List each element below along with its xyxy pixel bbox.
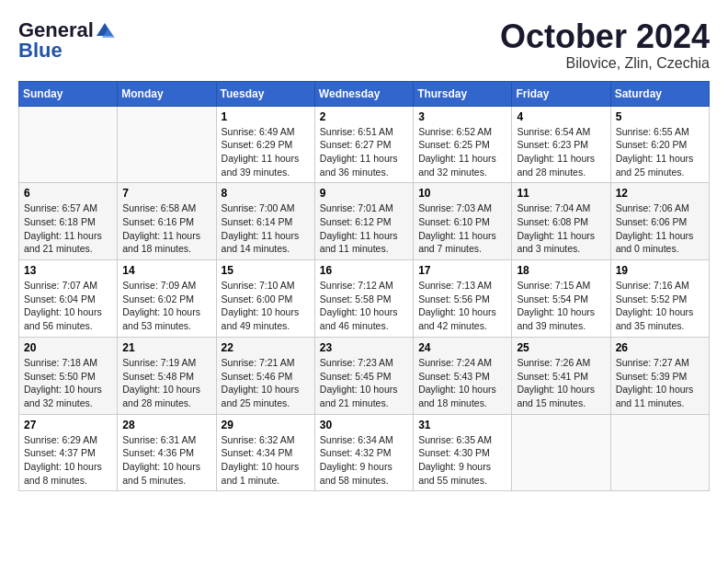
calendar-cell: 17Sunrise: 7:13 AM Sunset: 5:56 PM Dayli… [414,260,512,338]
calendar-cell: 19Sunrise: 7:16 AM Sunset: 5:52 PM Dayli… [610,260,709,338]
calendar-cell: 4Sunrise: 6:54 AM Sunset: 6:23 PM Daylig… [512,106,610,183]
day-header-sunday: Sunday [19,81,118,106]
day-number: 15 [222,264,310,277]
day-info: Sunrise: 6:29 AM Sunset: 4:37 PM Dayligh… [24,433,112,488]
day-info: Sunrise: 7:06 AM Sunset: 6:06 PM Dayligh… [616,201,704,256]
day-header-wednesday: Wednesday [314,81,413,106]
day-info: Sunrise: 6:54 AM Sunset: 6:23 PM Dayligh… [517,125,605,179]
day-number: 26 [616,341,704,354]
day-info: Sunrise: 6:57 AM Sunset: 6:18 PM Dayligh… [24,201,112,256]
day-number: 11 [517,187,605,200]
calendar-cell: 30Sunrise: 6:34 AM Sunset: 4:32 PM Dayli… [314,414,413,491]
page-header: General Blue October 2024 Bilovice, Zlin… [18,18,710,72]
calendar-cell: 11Sunrise: 7:04 AM Sunset: 6:08 PM Dayli… [512,183,610,260]
day-header-monday: Monday [118,81,216,106]
day-info: Sunrise: 7:21 AM Sunset: 5:46 PM Dayligh… [222,356,310,410]
day-number: 9 [320,187,408,200]
calendar-cell [118,106,216,183]
calendar-week-row: 6Sunrise: 6:57 AM Sunset: 6:18 PM Daylig… [19,183,710,260]
day-number: 16 [320,264,408,277]
day-info: Sunrise: 7:27 AM Sunset: 5:39 PM Dayligh… [616,356,704,410]
day-info: Sunrise: 7:24 AM Sunset: 5:43 PM Dayligh… [418,356,506,410]
day-info: Sunrise: 7:16 AM Sunset: 5:52 PM Dayligh… [616,279,704,333]
day-info: Sunrise: 7:19 AM Sunset: 5:48 PM Dayligh… [122,356,210,410]
calendar-cell: 18Sunrise: 7:15 AM Sunset: 5:54 PM Dayli… [512,260,610,338]
calendar-table: SundayMondayTuesdayWednesdayThursdayFrid… [18,81,710,492]
calendar-cell: 23Sunrise: 7:23 AM Sunset: 5:45 PM Dayli… [314,337,413,414]
month-title: October 2024 [500,18,710,55]
day-info: Sunrise: 7:07 AM Sunset: 6:04 PM Dayligh… [24,279,112,333]
day-header-tuesday: Tuesday [216,81,314,106]
day-info: Sunrise: 7:04 AM Sunset: 6:08 PM Dayligh… [517,201,605,256]
day-info: Sunrise: 7:00 AM Sunset: 6:14 PM Dayligh… [222,201,310,256]
day-info: Sunrise: 6:52 AM Sunset: 6:25 PM Dayligh… [418,125,506,179]
day-info: Sunrise: 6:35 AM Sunset: 4:30 PM Dayligh… [418,433,506,488]
day-info: Sunrise: 6:58 AM Sunset: 6:16 PM Dayligh… [122,201,210,256]
calendar-header-row: SundayMondayTuesdayWednesdayThursdayFrid… [19,81,710,106]
day-info: Sunrise: 7:15 AM Sunset: 5:54 PM Dayligh… [517,279,605,333]
day-info: Sunrise: 7:26 AM Sunset: 5:41 PM Dayligh… [517,356,605,410]
calendar-cell: 3Sunrise: 6:52 AM Sunset: 6:25 PM Daylig… [414,106,512,183]
logo-icon [95,21,115,40]
day-number: 5 [616,110,704,123]
calendar-cell: 9Sunrise: 7:01 AM Sunset: 6:12 PM Daylig… [314,183,413,260]
calendar-week-row: 13Sunrise: 7:07 AM Sunset: 6:04 PM Dayli… [19,260,710,338]
day-number: 24 [418,341,506,354]
calendar-cell: 28Sunrise: 6:31 AM Sunset: 4:36 PM Dayli… [118,414,216,491]
calendar-cell [19,106,118,183]
calendar-cell [610,414,709,491]
day-number: 18 [517,264,605,277]
calendar-cell: 2Sunrise: 6:51 AM Sunset: 6:27 PM Daylig… [314,106,413,183]
calendar-cell: 1Sunrise: 6:49 AM Sunset: 6:29 PM Daylig… [216,106,314,183]
day-info: Sunrise: 6:55 AM Sunset: 6:20 PM Dayligh… [616,125,704,179]
day-number: 22 [222,341,310,354]
day-number: 28 [122,419,210,431]
day-info: Sunrise: 7:23 AM Sunset: 5:45 PM Dayligh… [320,356,408,410]
day-number: 1 [222,110,310,123]
day-number: 25 [517,341,605,354]
day-info: Sunrise: 6:49 AM Sunset: 6:29 PM Dayligh… [222,125,310,179]
calendar-cell: 13Sunrise: 7:07 AM Sunset: 6:04 PM Dayli… [19,260,118,338]
day-info: Sunrise: 7:01 AM Sunset: 6:12 PM Dayligh… [320,201,408,256]
day-number: 4 [517,110,605,123]
day-number: 6 [24,187,112,200]
day-number: 2 [320,110,408,123]
title-area: October 2024 Bilovice, Zlin, Czechia [500,18,710,72]
day-info: Sunrise: 7:03 AM Sunset: 6:10 PM Dayligh… [418,201,506,256]
day-header-thursday: Thursday [414,81,512,106]
day-info: Sunrise: 7:13 AM Sunset: 5:56 PM Dayligh… [418,279,506,333]
day-info: Sunrise: 6:31 AM Sunset: 4:36 PM Dayligh… [122,433,210,488]
calendar-cell: 6Sunrise: 6:57 AM Sunset: 6:18 PM Daylig… [19,183,118,260]
calendar-cell: 27Sunrise: 6:29 AM Sunset: 4:37 PM Dayli… [19,414,118,491]
calendar-cell: 22Sunrise: 7:21 AM Sunset: 5:46 PM Dayli… [216,337,314,414]
day-number: 17 [418,264,506,277]
logo-blue-text: Blue [18,39,63,63]
calendar-week-row: 1Sunrise: 6:49 AM Sunset: 6:29 PM Daylig… [19,106,710,183]
day-number: 14 [122,264,210,277]
day-info: Sunrise: 6:51 AM Sunset: 6:27 PM Dayligh… [320,125,408,179]
calendar-week-row: 27Sunrise: 6:29 AM Sunset: 4:37 PM Dayli… [19,414,710,491]
day-number: 13 [24,264,112,277]
day-number: 12 [616,187,704,200]
day-number: 29 [222,419,310,431]
day-info: Sunrise: 7:10 AM Sunset: 6:00 PM Dayligh… [222,279,310,333]
calendar-cell: 7Sunrise: 6:58 AM Sunset: 6:16 PM Daylig… [118,183,216,260]
day-info: Sunrise: 7:12 AM Sunset: 5:58 PM Dayligh… [320,279,408,333]
day-number: 10 [418,187,506,200]
day-number: 30 [320,419,408,431]
day-info: Sunrise: 6:32 AM Sunset: 4:34 PM Dayligh… [222,433,310,488]
calendar-cell: 5Sunrise: 6:55 AM Sunset: 6:20 PM Daylig… [610,106,709,183]
calendar-cell [512,414,610,491]
day-number: 3 [418,110,506,123]
day-header-friday: Friday [512,81,610,106]
calendar-week-row: 20Sunrise: 7:18 AM Sunset: 5:50 PM Dayli… [19,337,710,414]
day-number: 23 [320,341,408,354]
calendar-cell: 8Sunrise: 7:00 AM Sunset: 6:14 PM Daylig… [216,183,314,260]
calendar-cell: 25Sunrise: 7:26 AM Sunset: 5:41 PM Dayli… [512,337,610,414]
day-info: Sunrise: 7:18 AM Sunset: 5:50 PM Dayligh… [24,356,112,410]
day-number: 31 [418,419,506,431]
calendar-cell: 15Sunrise: 7:10 AM Sunset: 6:00 PM Dayli… [216,260,314,338]
day-number: 19 [616,264,704,277]
calendar-cell: 12Sunrise: 7:06 AM Sunset: 6:06 PM Dayli… [610,183,709,260]
day-info: Sunrise: 7:09 AM Sunset: 6:02 PM Dayligh… [122,279,210,333]
